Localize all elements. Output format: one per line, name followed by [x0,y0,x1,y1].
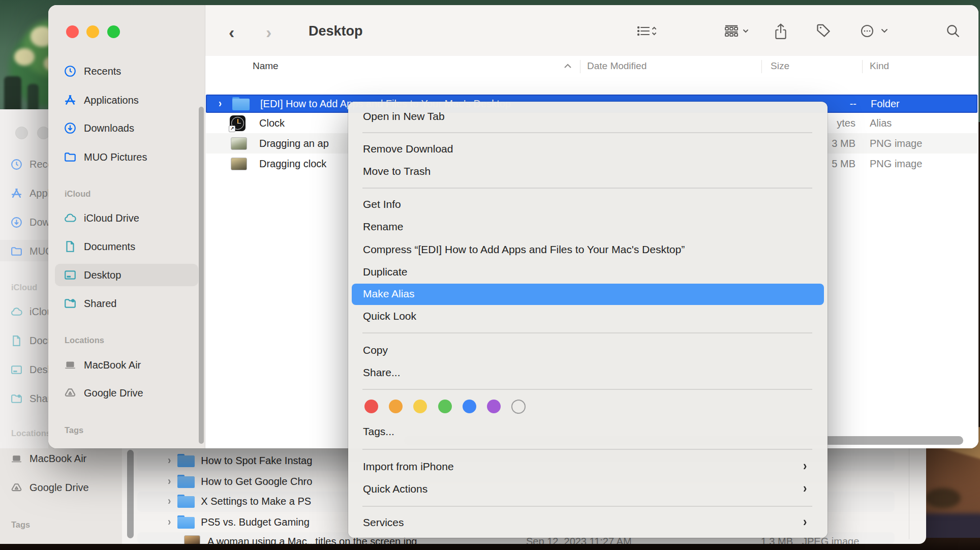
app-store-icon [64,94,77,107]
sidebar-item-desktop[interactable]: Desktop [64,265,121,285]
shadow-veil [0,109,48,448]
share-icon [774,23,787,40]
submenu-chevron-icon: › [803,458,807,474]
sidebar-item-muo-pictures[interactable]: MUO Pictures [64,147,147,167]
sidebar-item-recents[interactable]: Recents [64,61,121,81]
file-name: Clock [259,117,285,129]
column-divider[interactable] [862,60,863,73]
sidebar-label: MUO Pictures [84,151,147,163]
disclosure-chevron-icon[interactable]: › [168,515,171,528]
window-title: Desktop [309,23,363,39]
menu-item-quick-look[interactable]: Quick Look [363,310,416,322]
shared-folder-icon [64,297,77,310]
sort-ascending-icon [564,63,572,69]
column-header-size[interactable]: Size [771,60,789,72]
sidebar-header-locations: Locations [65,335,104,345]
disclosure-chevron-icon[interactable]: › [168,495,171,507]
sidebar-item-documents[interactable]: Documents [64,236,135,257]
disclosure-chevron-icon[interactable]: › [168,475,171,487]
menu-item-make-alias[interactable]: Make Alias [352,284,824,305]
menu-item-import-from-iphone[interactable]: Import from iPhone [363,461,454,473]
tag-color-yellow[interactable] [413,400,427,413]
sidebar-scrollbar[interactable] [199,107,204,444]
sidebar-label: iCloud Drive [84,212,139,224]
menu-item-rename[interactable]: Rename [363,221,403,233]
close-button[interactable] [66,25,79,38]
menu-separator [362,188,812,189]
menu-item-remove-download[interactable]: Remove Download [363,143,453,155]
menu-separator [362,389,812,390]
bg-file-row[interactable]: › PS5 vs. Budget Gaming [168,512,310,532]
column-header-name[interactable]: Name [253,60,279,72]
menu-separator [362,506,812,507]
tag-color-orange[interactable] [389,400,403,413]
menu-item-duplicate[interactable]: Duplicate [363,266,408,278]
bg-file-row[interactable]: › How to Spot Fake Instag [168,450,312,471]
submenu-chevron-icon: › [803,480,807,496]
file-kind: PNG image [870,158,922,170]
sidebar-item-downloads[interactable]: Downloads [64,118,134,138]
disclosure-chevron-icon[interactable]: › [219,97,222,110]
download-circle-icon [64,121,77,135]
bg-sidebar-item-macbook-air[interactable]: MacBook Air [10,449,86,468]
minimize-button[interactable] [86,25,99,38]
bg-sidebar-scrollbar[interactable] [127,450,134,538]
column-header-date[interactable]: Date Modified [587,60,647,72]
sidebar-item-google-drive[interactable]: Google Drive [64,383,143,403]
back-button[interactable]: ‹ [229,22,234,42]
sidebar-item-icloud-drive[interactable]: iCloud Drive [64,208,139,228]
bg-file-row[interactable]: › How to Get Google Chro [168,471,312,492]
folder-icon [177,475,195,488]
sidebar-label: Applications [84,95,139,106]
group-by-button[interactable] [724,23,749,41]
sidebar-label: Recents [84,66,121,77]
file-name: Dragging an ap [259,138,329,149]
sidebar-item-macbook-air[interactable]: MacBook Air [64,355,141,375]
menu-separator [362,449,812,450]
column-header-kind[interactable]: Kind [870,60,889,72]
tag-color-green[interactable] [438,400,452,413]
menu-item-label: Make Alias [363,288,415,300]
bg-list-scroll-track [909,448,909,539]
bg-sidebar-label: MacBook Air [29,453,86,465]
bg-file-name: How to Spot Fake Instag [201,455,312,467]
disclosure-chevron-icon[interactable]: › [168,454,171,467]
menu-item-compress[interactable]: Compress “[EDI] How to Add Apps and File… [363,243,685,256]
more-actions-button[interactable] [861,23,889,41]
ellipsis-circle-icon [861,23,889,39]
menu-item-move-to-trash[interactable]: Move to Trash [363,165,431,177]
forward-button[interactable]: › [266,22,271,42]
menu-item-open-in-new-tab[interactable]: Open in New Tab [363,110,445,123]
menu-item-quick-actions[interactable]: Quick Actions [363,483,427,495]
tag-color-red[interactable] [364,400,378,413]
zoom-button[interactable] [107,25,120,38]
menu-item-tags[interactable]: Tags... [363,425,394,438]
list-view-button[interactable] [637,23,656,41]
folder-icon [177,454,195,467]
bg-file-row[interactable]: › X Settings to Make a PS [168,491,311,511]
sidebar-item-applications[interactable]: Applications [64,90,139,110]
sidebar-header-tags: Tags [65,425,83,435]
tag-color-none[interactable] [511,400,526,414]
tag-color-purple[interactable] [487,400,501,413]
menu-item-share[interactable]: Share... [363,366,401,379]
sidebar-divider [205,5,205,448]
submenu-chevron-icon: › [803,514,807,530]
menu-item-services[interactable]: Services [363,516,404,529]
tags-button[interactable] [816,23,831,41]
list-view-icon [637,23,656,39]
folder-icon [232,97,250,110]
menu-separator [362,132,812,133]
sidebar-item-shared[interactable]: Shared [64,293,117,314]
file-name: Dragging clock [259,158,326,170]
menu-item-get-info[interactable]: Get Info [363,198,401,210]
menu-item-copy[interactable]: Copy [363,344,388,356]
clock-icon [64,65,77,78]
bg-sidebar-item-google-drive[interactable]: Google Drive [10,478,89,497]
column-divider[interactable] [761,60,762,73]
tag-color-blue[interactable] [463,400,476,413]
column-divider[interactable] [580,60,580,73]
document-icon [64,240,77,253]
search-button[interactable] [946,23,960,41]
share-button[interactable] [774,23,787,42]
